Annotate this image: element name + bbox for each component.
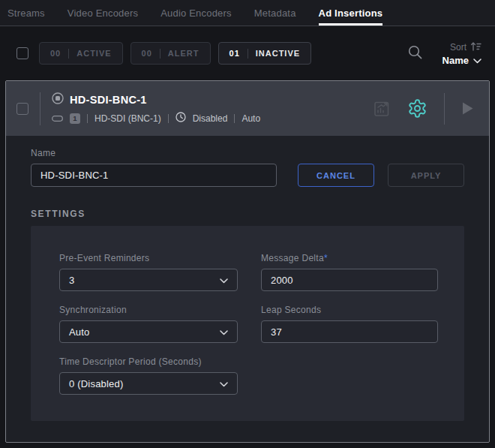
leap-seconds-label: Leap Seconds <box>261 305 438 315</box>
chevron-down-icon <box>220 326 228 338</box>
device-meta-row: 1 HD-SDI (BNC-1) Disabled Auto <box>52 112 260 125</box>
tab-audio-encoders[interactable]: Audio Encoders <box>160 0 232 26</box>
sort-control[interactable]: Sort Name <box>442 41 482 66</box>
required-marker: * <box>324 253 328 263</box>
leap-seconds-input[interactable]: 37 <box>261 320 438 343</box>
filter-toolbar: 00 ACTIVE 00 ALERT 01 INACTIVE Sort <box>0 26 495 80</box>
chevron-down-icon <box>220 275 228 286</box>
device-card-body: Name HD-SDI-BNC-1 CANCEL APPLY SETTINGS … <box>6 136 489 421</box>
blade-icon <box>52 113 63 124</box>
divider <box>87 114 88 123</box>
divider <box>168 114 169 123</box>
pre-event-reminders-select[interactable]: 3 <box>59 269 238 291</box>
divider <box>40 92 40 125</box>
message-delta-label: Message Delta <box>261 253 324 263</box>
divider <box>444 93 445 125</box>
chevron-down-icon <box>473 55 482 66</box>
clock-icon <box>176 112 186 125</box>
synchronization-label: Synchronization <box>59 305 238 315</box>
name-input[interactable]: HD-SDI-BNC-1 <box>31 164 277 187</box>
message-delta-field: Message Delta* 2000 <box>261 253 438 291</box>
time-descriptor-period-field: Time Descriptor Period (Seconds) 0 (Disa… <box>59 356 238 395</box>
divider <box>160 49 160 59</box>
name-field-label: Name <box>31 148 464 158</box>
device-interface: HD-SDI (BNC-1) <box>94 113 161 124</box>
cancel-button[interactable]: CANCEL <box>298 164 374 187</box>
synchronization-select[interactable]: Auto <box>59 320 238 343</box>
active-label: ACTIVE <box>76 49 111 58</box>
search-button[interactable] <box>404 41 426 66</box>
device-mode: Auto <box>242 113 260 124</box>
alert-count: 00 <box>142 49 152 58</box>
time-descriptor-period-select[interactable]: 0 (Disabled) <box>59 372 238 395</box>
play-icon[interactable] <box>461 101 474 116</box>
filter-inactive-button[interactable]: 01 INACTIVE <box>218 42 312 65</box>
filter-alert-button[interactable]: 00 ALERT <box>130 42 211 65</box>
sort-label: Sort <box>450 42 466 53</box>
record-stop-icon <box>52 92 64 107</box>
divider <box>248 49 248 59</box>
divider <box>234 114 235 123</box>
inactive-label: INACTIVE <box>256 49 300 58</box>
pre-event-reminders-label: Pre-Event Reminders <box>59 253 238 263</box>
device-actions <box>373 93 474 125</box>
top-tab-bar: Streams Video Encoders Audio Encoders Me… <box>0 0 495 26</box>
device-card-header: HD-SDI-BNC-1 1 HD-SDI (BNC-1) Disabled <box>6 81 489 136</box>
time-descriptor-period-label: Time Descriptor Period (Seconds) <box>59 356 238 367</box>
settings-heading: SETTINGS <box>31 209 464 219</box>
schedule-status: Disabled <box>193 113 228 124</box>
divider <box>68 49 69 59</box>
search-icon <box>407 50 423 62</box>
tab-streams[interactable]: Streams <box>8 0 45 26</box>
settings-panel: Pre-Event Reminders 3 Message Delta* 200… <box>31 226 464 421</box>
chevron-down-icon <box>220 378 228 389</box>
slot-number-badge: 1 <box>70 113 80 124</box>
device-checkbox[interactable] <box>16 103 28 115</box>
status-filter-group: 00 ACTIVE 00 ALERT 01 INACTIVE <box>39 42 311 65</box>
device-name: HD-SDI-BNC-1 <box>70 94 147 106</box>
message-delta-input[interactable]: 2000 <box>261 269 438 291</box>
tab-metadata[interactable]: Metadata <box>254 0 296 26</box>
pre-event-reminders-field: Pre-Event Reminders 3 <box>59 253 238 291</box>
synchronization-field: Synchronization Auto <box>59 305 238 343</box>
sort-value: Name <box>442 55 469 66</box>
inactive-count: 01 <box>230 49 240 58</box>
leap-seconds-field: Leap Seconds 37 <box>261 305 438 343</box>
tab-ad-insertions[interactable]: Ad Insertions <box>319 0 383 26</box>
device-card: HD-SDI-BNC-1 1 HD-SDI (BNC-1) Disabled <box>5 80 490 443</box>
alert-label: ALERT <box>168 49 200 58</box>
device-title-block: HD-SDI-BNC-1 1 HD-SDI (BNC-1) Disabled <box>52 92 260 125</box>
filter-active-button[interactable]: 00 ACTIVE <box>39 42 123 65</box>
select-all-checkbox[interactable] <box>16 47 28 59</box>
stats-chart-icon <box>373 100 391 118</box>
settings-gear-icon[interactable] <box>407 98 428 119</box>
sort-ascending-icon <box>470 41 482 53</box>
tab-video-encoders[interactable]: Video Encoders <box>68 0 138 26</box>
active-count: 00 <box>50 49 61 58</box>
apply-button[interactable]: APPLY <box>388 164 464 187</box>
